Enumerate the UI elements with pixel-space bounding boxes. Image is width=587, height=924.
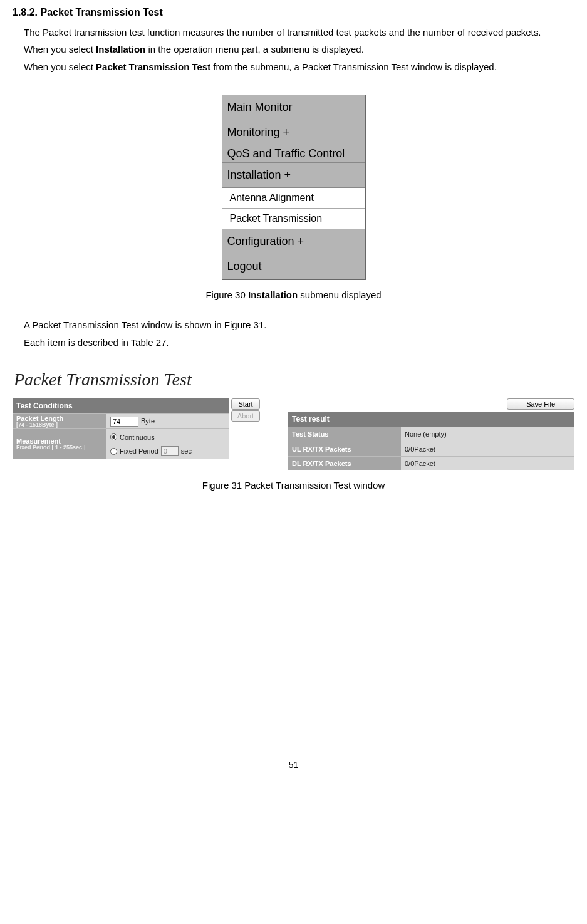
dl-packets-label: DL RX/TX Packets [288, 457, 401, 470]
bold-text: Installation [96, 44, 145, 55]
bold-text: Packet Transmission Test [96, 61, 210, 72]
measurement-label: Measurement Fixed Period [ 1 - 255sec ] [13, 437, 106, 451]
paragraph-1: The Packet transmission test function me… [13, 24, 574, 41]
byte-unit: Byte [141, 415, 155, 427]
paragraph-3: When you select Packet Transmission Test… [13, 58, 574, 76]
text: submenu displayed [298, 289, 381, 300]
bold-text: Installation [248, 289, 298, 300]
dl-packets-value: 0/0Packet [401, 457, 574, 470]
text: Packet Length [16, 415, 63, 422]
menu-item-qos[interactable]: QoS and Traffic Control [222, 145, 365, 163]
test-status-label: Test Status [288, 427, 401, 441]
menu-item-monitoring[interactable]: Monitoring + [222, 120, 365, 145]
submenu-item-antenna[interactable]: Antenna Alignment [222, 188, 365, 209]
menu-item-logout[interactable]: Logout [222, 254, 365, 279]
installation-submenu-figure: Main Monitor Monitoring + QoS and Traffi… [222, 95, 366, 280]
radio-continuous-label: Continuous [120, 431, 155, 444]
ul-packets-value: 0/0Packet [401, 442, 574, 456]
measurement-sublabel: Fixed Period [ 1 - 255sec ] [16, 445, 103, 451]
start-button[interactable]: Start [231, 398, 260, 410]
fixed-period-input[interactable] [161, 446, 179, 456]
packet-length-label: Packet Length [74 - 1518Byte ] [13, 415, 106, 428]
radio-fixed-period-label: Fixed Period [120, 445, 158, 457]
figure-31-caption: Figure 31 Packet Transmission Test windo… [13, 477, 574, 494]
packet-length-input[interactable] [110, 417, 138, 427]
abort-button[interactable]: Abort [231, 410, 260, 422]
text: from the submenu, a Packet Transmission … [210, 61, 497, 72]
submenu-item-packet-transmission[interactable]: Packet Transmission [222, 209, 365, 229]
paragraph-2: When you select Installation in the oper… [13, 41, 574, 58]
packet-length-range: [74 - 1518Byte ] [16, 422, 103, 428]
packet-transmission-window: Packet Transmission Test Test Conditions… [13, 363, 574, 470]
text: When you select [24, 61, 96, 72]
text: Figure 30 [205, 289, 248, 300]
page-number: 51 [13, 757, 574, 774]
ptt-window-title: Packet Transmission Test [14, 363, 574, 396]
menu-item-configuration[interactable]: Configuration + [222, 229, 365, 254]
radio-fixed-period[interactable] [110, 448, 117, 455]
text: in the operation menu part, a submenu is… [145, 44, 364, 55]
test-conditions-header: Test Conditions [13, 398, 229, 413]
paragraph-5: Each item is described in Table 27. [13, 334, 574, 351]
save-file-button[interactable]: Save File [507, 398, 574, 410]
sec-unit: sec [181, 445, 192, 457]
paragraph-4: A Packet Transmission Test window is sho… [13, 316, 574, 334]
figure-30-caption: Figure 30 Installation submenu displayed [13, 286, 574, 304]
test-result-header: Test result [288, 412, 574, 427]
radio-continuous[interactable] [110, 433, 117, 440]
test-status-value: None (empty) [401, 427, 574, 441]
menu-item-main-monitor[interactable]: Main Monitor [222, 95, 365, 120]
ul-packets-label: UL RX/TX Packets [288, 442, 401, 456]
text: When you select [24, 44, 96, 55]
section-heading: 1.8.2. Packet Transmission Test [13, 3, 574, 22]
menu-item-installation[interactable]: Installation + [222, 163, 365, 188]
text: The Packet transmission test function me… [24, 27, 541, 38]
